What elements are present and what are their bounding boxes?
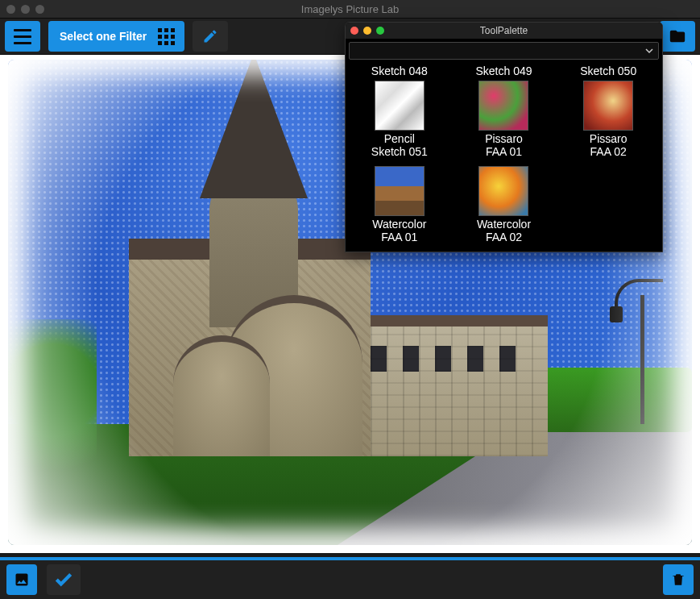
apply-button[interactable] <box>47 564 81 595</box>
tool-palette-titlebar[interactable]: ToolPalette <box>346 23 662 39</box>
check-icon <box>53 569 74 590</box>
palette-zoom-icon[interactable] <box>376 27 384 35</box>
image-button[interactable] <box>6 564 37 595</box>
delete-button[interactable] <box>663 564 694 595</box>
preset-sketch-048[interactable]: Sketch 048 Pencil Sketch 051 <box>355 64 444 158</box>
zoom-window-icon[interactable] <box>35 5 44 14</box>
preset-sketch-049[interactable]: Sketch 049 Pissaro FAA 01 <box>460 64 549 158</box>
palette-minimize-icon[interactable] <box>363 27 371 35</box>
preset-watercolor-faa-01[interactable]: Watercolor FAA 01 <box>355 163 444 243</box>
window-titlebar: Imagelys Picture Lab <box>0 0 700 18</box>
hamburger-icon <box>14 29 31 44</box>
select-filter-button[interactable]: Select one Filter <box>48 21 184 52</box>
palette-preset-grid: Sketch 048 Pencil Sketch 051 Sketch 049 … <box>346 63 662 252</box>
preset-thumbnail <box>478 81 528 131</box>
folder-icon <box>669 27 686 45</box>
preset-thumbnail <box>375 81 425 131</box>
tool-palette-title: ToolPalette <box>346 25 662 36</box>
app-title: Imagelys Picture Lab <box>0 3 700 15</box>
menu-button[interactable] <box>5 21 40 52</box>
pencil-icon <box>202 28 218 44</box>
preset-watercolor-faa-02[interactable]: Watercolor FAA 02 <box>460 163 549 243</box>
trash-icon <box>670 572 686 588</box>
select-filter-label: Select one Filter <box>60 30 147 43</box>
minimize-window-icon[interactable] <box>21 5 30 14</box>
palette-category-select[interactable] <box>349 42 659 60</box>
palette-close-icon[interactable] <box>350 27 358 35</box>
close-window-icon[interactable] <box>6 5 15 14</box>
preset-thumbnail <box>583 81 633 131</box>
open-folder-button[interactable] <box>660 21 695 52</box>
bottom-toolbar <box>0 557 700 599</box>
window-controls <box>6 5 44 14</box>
grid-icon <box>158 28 175 45</box>
preset-thumbnail <box>478 166 528 216</box>
preset-thumbnail <box>375 166 425 216</box>
preset-sketch-050[interactable]: Sketch 050 Pissaro FAA 02 <box>564 64 652 158</box>
chevron-down-icon <box>645 47 653 55</box>
edit-button[interactable] <box>193 21 228 52</box>
image-icon <box>14 572 30 588</box>
tool-palette-window[interactable]: ToolPalette Sketch 048 Pencil Sketch 051… <box>345 22 663 252</box>
